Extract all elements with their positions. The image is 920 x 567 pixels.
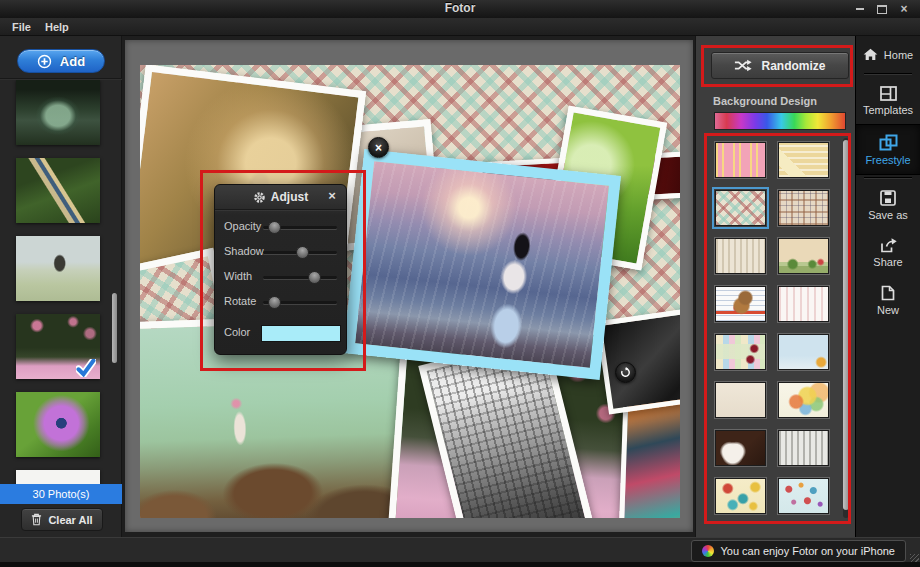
title-bar: Fotor × (0, 0, 920, 19)
photo-thumbnail-river-boat-aerial[interactable] (16, 158, 100, 223)
rotate-label: Rotate (224, 295, 256, 307)
clear-all-button[interactable]: Clear All (21, 508, 103, 531)
templates-icon (880, 86, 897, 101)
pattern-polka-dots[interactable] (778, 478, 829, 514)
opacity-label: Opacity (224, 220, 261, 232)
sidebar-item-label-share: Share (873, 256, 902, 268)
minimize-button[interactable] (852, 3, 868, 15)
sidebar-item-freestyle[interactable]: Freestyle (856, 124, 920, 175)
sidebar-item-label-save-as: Save as (868, 209, 908, 221)
rotate-photo-button[interactable] (615, 362, 636, 383)
photo-thumbnail-stone-arch-reflection[interactable] (16, 80, 100, 145)
color-label: Color (224, 326, 250, 338)
remove-photo-button[interactable]: × (368, 137, 389, 158)
pattern-color-bubbles[interactable] (778, 382, 829, 418)
slider-list: OpacityShadowWidthRotate (215, 215, 346, 315)
width-slider-thumb[interactable] (308, 271, 321, 284)
shadow-slider-thumb[interactable] (296, 246, 309, 259)
color-spectrum-bar[interactable] (714, 112, 846, 130)
adjust-dialog: Adjust × OpacityShadowWidthRotate Color (214, 184, 347, 355)
menu-help[interactable]: Help (45, 21, 69, 33)
photo-list (0, 80, 110, 484)
save-as-icon (880, 190, 896, 206)
sidebar-item-templates[interactable]: Templates (856, 77, 920, 124)
pattern-pink-chain[interactable] (715, 142, 766, 178)
pattern-striped-note[interactable] (778, 142, 829, 178)
opacity-slider[interactable] (263, 226, 337, 229)
pattern-red-teal-plaid[interactable] (715, 190, 766, 226)
photo-tray-sidebar: Add 30 Photo(s) Clear All (0, 36, 122, 537)
pattern-chocolate-heart[interactable] (715, 430, 766, 466)
add-photos-button[interactable]: Add (17, 49, 105, 73)
trash-icon (31, 513, 42, 526)
add-button-label: Add (60, 54, 85, 69)
share-icon (880, 238, 897, 253)
border-color-swatch[interactable] (261, 325, 341, 342)
pattern-pastel-scrapbook[interactable] (715, 334, 766, 370)
width-slider[interactable] (263, 276, 337, 279)
sidebar-item-label-freestyle: Freestyle (865, 154, 910, 166)
sidebar-divider (864, 73, 912, 75)
pattern-plain-cream[interactable] (715, 382, 766, 418)
sidebar-item-new[interactable]: New (856, 276, 920, 324)
pattern-sky-butterfly[interactable] (778, 334, 829, 370)
sidebar-divider (864, 177, 912, 179)
promo-message: You can enjoy Fotor on your iPhone (721, 545, 896, 557)
randomize-button[interactable]: Randomize (711, 52, 849, 79)
pattern-gray-stripes[interactable] (778, 430, 829, 466)
sidebar-item-label-new: New (877, 304, 899, 316)
pattern-brown-plaid[interactable] (778, 190, 829, 226)
clear-all-label: Clear All (48, 514, 92, 526)
adjust-dialog-title: Adjust (271, 190, 308, 204)
photo-thumbnail-meadow-couple[interactable] (16, 236, 100, 301)
slider-row-rotate: Rotate (215, 290, 346, 315)
rotate-slider[interactable] (263, 301, 337, 304)
collage-photo-dark[interactable] (596, 306, 680, 415)
slider-row-opacity: Opacity (215, 215, 346, 240)
dialog-close-icon[interactable]: × (325, 189, 339, 203)
menu-bar: FileHelp (0, 18, 920, 36)
editor-canvas-zone: × (122, 36, 695, 537)
photo-thumbnail-purple-daisy[interactable] (16, 392, 100, 457)
status-bar: You can enjoy Fotor on your iPhone (0, 537, 920, 563)
gear-icon (253, 191, 266, 204)
pattern-scrollbar[interactable] (843, 140, 849, 510)
selected-check-icon (76, 359, 96, 377)
selected-photo-sunset-beach[interactable] (343, 149, 621, 380)
pattern-cream-stripes[interactable] (715, 238, 766, 274)
pattern-pale-pink-stripes[interactable] (778, 286, 829, 322)
pattern-grid (715, 142, 829, 514)
new-icon (881, 285, 895, 301)
pattern-star-cookies[interactable] (715, 478, 766, 514)
randomize-label: Randomize (761, 59, 825, 73)
sidebar-item-label-home: Home (884, 49, 913, 61)
adjust-dialog-header[interactable]: Adjust × (215, 185, 346, 210)
canvas-frame: × (125, 40, 693, 532)
pattern-park-scene[interactable] (778, 238, 829, 274)
maximize-button[interactable] (874, 3, 890, 15)
menu-file[interactable]: File (12, 21, 31, 33)
width-label: Width (224, 270, 252, 282)
shadow-label: Shadow (224, 245, 264, 257)
opacity-slider-thumb[interactable] (268, 221, 281, 234)
shadow-slider[interactable] (263, 251, 337, 254)
fotor-window: Fotor × FileHelp Add 30 Photo(s) Clear A… (0, 0, 920, 567)
sidebar-item-home[interactable]: Home (856, 36, 920, 71)
rotate-slider-thumb[interactable] (268, 296, 281, 309)
sidebar-item-save-as[interactable]: Save as (856, 181, 920, 229)
photo-thumbnail-flower-bush-bicycle[interactable] (16, 314, 100, 379)
background-panel: Randomize Background Design (695, 36, 855, 537)
photo-list-scrollbar[interactable] (112, 293, 117, 363)
window-bottom-edge (0, 562, 920, 567)
fotor-mobile-icon (702, 545, 714, 557)
plus-circle-icon (37, 54, 52, 69)
pattern-teddy-bear[interactable] (715, 286, 766, 322)
close-button[interactable]: × (896, 3, 912, 15)
shuffle-icon (734, 59, 752, 72)
tool-sidebar: HomeTemplatesFreestyleSave asShareNew (855, 36, 920, 537)
photo-thumbnail-clipped-photo[interactable] (16, 470, 100, 484)
sidebar-item-label-templates: Templates (863, 104, 913, 116)
iphone-promo-badge[interactable]: You can enjoy Fotor on your iPhone (691, 540, 907, 562)
slider-row-shadow: Shadow (215, 240, 346, 265)
sidebar-item-share[interactable]: Share (856, 229, 920, 276)
